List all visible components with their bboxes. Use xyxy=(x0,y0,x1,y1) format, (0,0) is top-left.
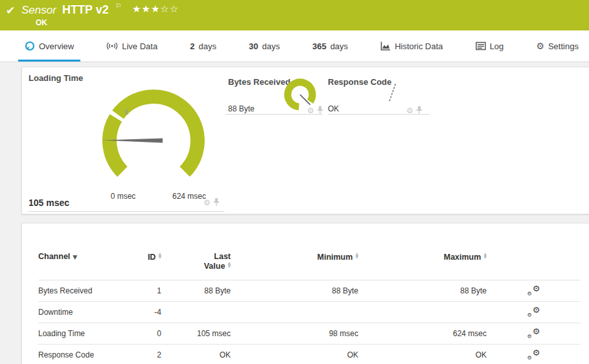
column-header-value-label: Value xyxy=(204,262,225,271)
tab-bar: Overview Live Data 2 days 30 days 365 da… xyxy=(0,30,589,62)
table-row[interactable]: Loading Time 0 105 msec 98 msec 624 msec… xyxy=(38,323,581,345)
loading-time-gauge-actions[interactable]: ⚙ xyxy=(203,198,220,207)
column-header-id[interactable]: ID▲▼ xyxy=(129,248,161,280)
channel-minimum-cell xyxy=(231,302,358,323)
column-header-last-value[interactable]: LastValue▲▼ xyxy=(161,248,231,280)
channel-minimum-cell: OK xyxy=(231,345,358,364)
channel-maximum-cell xyxy=(358,302,487,323)
response-code-gauge-title: Response Code xyxy=(328,77,391,87)
tab-30-days-label: days xyxy=(262,41,279,51)
log-list-icon xyxy=(476,41,486,51)
tab-overview-label: Overview xyxy=(39,41,74,51)
loading-time-gauge-title: Loading Time xyxy=(29,73,83,83)
gauge-settings-gear-icon[interactable]: ⚙ xyxy=(203,199,211,207)
tab-2-days-label: days xyxy=(198,41,216,51)
channel-last-value-cell xyxy=(161,302,231,323)
tab-settings[interactable]: ⚙ Settings xyxy=(529,30,585,62)
column-header-maximum[interactable]: Maximum▲▼ xyxy=(358,248,487,280)
sensor-status-badge: OK xyxy=(36,18,47,27)
channel-settings-gears-icon[interactable]: ⚙⚙ xyxy=(527,306,540,317)
channel-maximum-cell: OK xyxy=(358,345,487,364)
average-marker: x̄ xyxy=(124,108,128,117)
channels-table: Channel▼ ID▲▼ LastValue▲▼ Minimum▲▼ Maxi… xyxy=(38,248,581,364)
sensor-name: HTTP v2 xyxy=(62,3,109,17)
response-code-gauge xyxy=(386,80,406,108)
tab-overview[interactable]: Overview xyxy=(18,30,80,62)
sort-icon: ▲▼ xyxy=(227,261,231,267)
sort-icon: ▲▼ xyxy=(158,252,161,258)
loading-time-gauge xyxy=(84,85,226,196)
gauge-needle xyxy=(389,83,396,101)
table-row[interactable]: Downtime -4 ⚙⚙ xyxy=(38,302,581,323)
column-header-minimum[interactable]: Minimum▲▼ xyxy=(231,248,358,280)
sensor-overview-page: ✔ Sensor HTTP v2 ⚐ ★★★☆☆ OK Overview Liv… xyxy=(0,0,589,364)
channel-settings-gears-icon[interactable]: ⚙⚙ xyxy=(527,327,540,339)
column-header-actions xyxy=(487,248,581,280)
tab-30-days-number: 30 xyxy=(249,41,258,51)
channel-id-cell: 0 xyxy=(129,323,161,345)
bytes-received-value: 88 Byte xyxy=(228,104,255,113)
flag-icon[interactable]: ⚐ xyxy=(115,2,122,10)
tab-365-days-label: days xyxy=(330,41,348,51)
channel-id-cell: 1 xyxy=(129,280,161,302)
gauge-icon xyxy=(25,41,35,51)
column-header-id-label: ID xyxy=(148,253,156,262)
table-row[interactable]: Response Code 2 OK OK OK ⚙⚙ xyxy=(38,345,581,364)
column-header-last-label: Last xyxy=(214,252,231,261)
channel-name-cell[interactable]: Loading Time xyxy=(38,323,129,345)
loading-time-value: 105 msec xyxy=(29,198,69,208)
divider xyxy=(225,114,323,115)
divider xyxy=(29,211,224,212)
gear-icon: ⚙ xyxy=(536,41,544,51)
priority-stars[interactable]: ★★★☆☆ xyxy=(132,3,179,15)
sort-icon: ▲▼ xyxy=(483,252,487,258)
sort-descending-icon: ▼ xyxy=(73,254,77,260)
tab-historic-data[interactable]: Historic Data xyxy=(374,30,449,62)
column-header-minimum-label: Minimum xyxy=(318,253,353,262)
gauges-panel: Loading Time x̄ 0 msec 624 msec 105 msec… xyxy=(21,67,589,214)
object-kind-label: Sensor xyxy=(21,4,56,17)
tab-30-days[interactable]: 30 days xyxy=(242,30,286,62)
channel-minimum-cell: 88 Byte xyxy=(231,280,358,302)
channels-panel: Channel▼ ID▲▼ LastValue▲▼ Minimum▲▼ Maxi… xyxy=(21,223,589,364)
tab-log[interactable]: Log xyxy=(469,30,511,62)
tab-2-days[interactable]: 2 days xyxy=(183,30,223,62)
channel-name-cell[interactable]: Response Code xyxy=(38,345,129,364)
sort-icon: ▲▼ xyxy=(355,252,358,258)
channel-name-cell[interactable]: Bytes Received xyxy=(38,280,129,302)
channel-last-value-cell: 88 Byte xyxy=(161,280,231,302)
tab-settings-label: Settings xyxy=(548,41,579,51)
channel-maximum-cell: 88 Byte xyxy=(358,280,487,302)
tab-365-days-number: 365 xyxy=(312,41,327,51)
column-header-maximum-label: Maximum xyxy=(444,253,481,262)
tab-live-data[interactable]: Live Data xyxy=(100,30,164,62)
status-ok-check-icon: ✔ xyxy=(6,4,15,17)
divider xyxy=(328,114,430,115)
response-code-value: OK xyxy=(328,104,339,113)
area-chart-icon xyxy=(380,41,391,51)
channel-last-value-cell: 105 msec xyxy=(161,323,231,345)
column-header-channel-label: Channel xyxy=(38,252,70,261)
tab-historic-data-label: Historic Data xyxy=(395,41,443,51)
channel-minimum-cell: 98 msec xyxy=(231,323,358,345)
table-row[interactable]: Bytes Received 1 88 Byte 88 Byte 88 Byte… xyxy=(38,280,581,302)
tab-live-data-label: Live Data xyxy=(122,41,157,51)
channel-last-value-cell: OK xyxy=(161,345,231,364)
column-header-channel[interactable]: Channel▼ xyxy=(38,248,129,280)
sensor-status-header: ✔ Sensor HTTP v2 ⚐ ★★★☆☆ OK xyxy=(0,0,589,30)
channel-name-cell[interactable]: Downtime xyxy=(38,302,129,323)
broadcast-icon xyxy=(106,41,118,51)
channel-settings-gears-icon[interactable]: ⚙⚙ xyxy=(527,348,540,360)
channel-id-cell: 2 xyxy=(129,345,161,364)
gauge-min-label: 0 msec xyxy=(97,192,149,201)
channel-maximum-cell: 624 msec xyxy=(358,323,487,345)
tab-2-days-number: 2 xyxy=(190,41,194,51)
gauge-settings-gear-icon[interactable]: ⚙ xyxy=(307,107,314,115)
channel-id-cell: -4 xyxy=(129,302,161,323)
pin-icon[interactable] xyxy=(213,198,220,207)
gauge-settings-gear-icon[interactable]: ⚙ xyxy=(406,107,413,115)
tab-log-label: Log xyxy=(490,41,504,51)
tab-365-days[interactable]: 365 days xyxy=(306,30,354,62)
channel-settings-gears-icon[interactable]: ⚙⚙ xyxy=(527,284,540,296)
